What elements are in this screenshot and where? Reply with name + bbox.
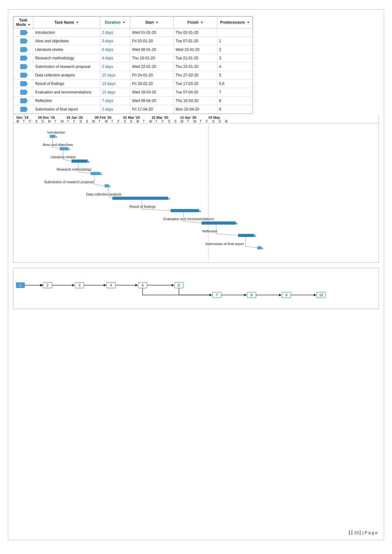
- filter-duration-icon[interactable]: [123, 22, 125, 23]
- task-finish-cell-5: Thu 23-01-20: [173, 63, 217, 71]
- day-f4: F: [162, 120, 168, 123]
- task-finish-cell-2: Tue 07-01-20: [173, 37, 217, 45]
- gantt-label-7: Result of findings: [130, 205, 156, 208]
- header-start-text: Start: [145, 20, 154, 25]
- svg-line-10: [109, 197, 112, 198]
- task-finish-cell-10: Mon 20-04-20: [173, 105, 217, 114]
- gantt-bar-7: [171, 209, 199, 212]
- gantt-bar-5: [105, 184, 109, 188]
- day-m4: M: [136, 120, 143, 123]
- filter-pred-icon[interactable]: [247, 22, 250, 23]
- col-header-mode: TaskMode: [14, 17, 33, 28]
- table-row: Research methodology4 daysThu 16-01-20Tu…: [14, 54, 253, 63]
- date-22mar: 22 Mar '20: [152, 116, 180, 119]
- date-19jan: 19 Jan '20: [66, 116, 95, 119]
- day-t6: T: [143, 120, 149, 123]
- network-node-4-label: 4: [110, 283, 112, 287]
- gantt-date-row-top: Dec '19 29 Dec '19 19 Jan '20 09 Feb '20…: [16, 116, 379, 119]
- day-s3: S: [80, 120, 86, 123]
- svg-line-14: [184, 221, 202, 223]
- gantt-date-header: Dec '19 29 Dec '19 19 Jan '20 09 Feb '20…: [13, 115, 379, 123]
- gantt-diamond-2: [69, 149, 70, 151]
- network-node-10-label: 10: [319, 293, 323, 297]
- svg-line-16: [216, 234, 238, 235]
- task-start-cell-10: Fri 17-04-20: [130, 105, 174, 114]
- task-start-cell-1: Wed 01-01-20: [130, 28, 174, 37]
- task-mode-cell-10: [14, 105, 33, 114]
- task-pred-cell-1: [217, 28, 252, 37]
- filter-finish-icon[interactable]: [201, 22, 203, 23]
- gantt-diamond-1: [55, 136, 57, 138]
- task-mode-cell-3: [14, 45, 33, 54]
- task-finish-cell-1: Thu 02-01-20: [173, 28, 217, 37]
- network-node-8-label: 8: [250, 293, 252, 297]
- task-mode-cell-9: [14, 97, 33, 105]
- task-start-cell-5: Wed 22-01-20: [130, 63, 174, 71]
- day-m6: M: [225, 120, 231, 123]
- day-w3: W: [149, 120, 155, 123]
- day-m: M: [16, 120, 23, 123]
- filter-mode-icon[interactable]: [28, 24, 30, 26]
- task-start-cell-9: Wed 08-04-20: [130, 97, 174, 105]
- task-duration-cell-7: 13 days: [100, 80, 130, 88]
- task-pred-cell-7: 5,6: [217, 80, 252, 88]
- network-node-6-label: 6: [178, 283, 180, 287]
- table-row: Aims and objectives3 daysFri 03-01-20Tue…: [14, 37, 253, 45]
- task-name-cell-3: Literature review: [33, 45, 100, 54]
- table-row: Result of findings13 daysFri 28-02-20Tue…: [14, 80, 253, 88]
- task-name-cell-9: Reflection: [33, 97, 100, 105]
- table-row: Introduction2 daysWed 01-01-20Thu 02-01-…: [14, 28, 253, 37]
- task-name-cell-1: Introduction: [33, 28, 100, 37]
- page-num-value: 15: [352, 530, 359, 535]
- svg-marker-21: [72, 284, 75, 286]
- task-name-cell-4: Research methodology: [33, 54, 100, 63]
- page-container: TaskMode Task Name Duration Start: [8, 9, 384, 540]
- task-name-cell-5: Submission of research proposal: [33, 63, 100, 71]
- day-s9: S: [212, 120, 219, 123]
- task-pred-cell-10: 9: [217, 105, 252, 114]
- task-name-cell-10: Submission of final report: [33, 105, 100, 114]
- gantt-diamond-7: [199, 211, 201, 213]
- task-duration-cell-4: 4 days: [100, 54, 130, 63]
- col-header-finish: Finish: [173, 17, 217, 28]
- task-duration-cell-1: 2 days: [100, 28, 130, 37]
- task-start-cell-4: Thu 16-01-20: [130, 54, 174, 63]
- task-mode-cell-4: [14, 54, 33, 63]
- task-start-cell-3: Wed 08-01-20: [130, 45, 174, 54]
- gantt-label-2: Aims and objectives: [43, 143, 73, 147]
- gantt-diamond-3: [87, 161, 89, 163]
- task-duration-cell-3: 6 days: [100, 45, 130, 54]
- filter-name-icon[interactable]: [76, 22, 79, 23]
- day-m3: M: [92, 120, 99, 123]
- gantt-label-4: Research methodology: [57, 167, 92, 171]
- day-s4: S: [86, 120, 92, 123]
- date-01mar: 01 Mar '20: [123, 116, 152, 119]
- gantt-diamond-8: [236, 223, 238, 225]
- task-start-cell-8: Wed 18-03-20: [130, 88, 174, 97]
- task-pred-cell-9: 8: [217, 97, 252, 105]
- task-mode-cell-7: [14, 80, 33, 88]
- day-f1: F: [29, 120, 35, 123]
- col-header-duration: Duration: [100, 17, 130, 28]
- svg-marker-25: [136, 284, 138, 286]
- task-name-cell-6: Data collection analysis: [33, 71, 100, 80]
- gantt-chart-section: Dec '19 29 Dec '19 19 Jan '20 09 Feb '20…: [13, 115, 379, 263]
- gantt-bar-4: [91, 172, 100, 175]
- day-s7: S: [168, 120, 174, 123]
- day-t2: T: [54, 120, 61, 123]
- header-duration-text: Duration: [105, 20, 120, 25]
- day-s5: S: [124, 120, 130, 123]
- task-mode-cell-1: [14, 28, 33, 37]
- col-header-name: Task Name: [33, 17, 100, 28]
- day-w1: W: [61, 120, 67, 123]
- task-name-cell-7: Result of findings: [33, 80, 100, 88]
- page-number-text: 15 | P a g e: [349, 530, 377, 535]
- gantt-bar-2: [60, 147, 68, 150]
- task-finish-cell-3: Wed 15-01-20: [173, 45, 217, 54]
- gantt-diamond-4: [101, 173, 103, 175]
- day-f3: F: [118, 120, 124, 123]
- day-t8: T: [187, 120, 193, 123]
- filter-start-icon[interactable]: [156, 22, 158, 23]
- day-t4: T: [99, 120, 105, 123]
- network-node-9-label: 9: [285, 293, 287, 297]
